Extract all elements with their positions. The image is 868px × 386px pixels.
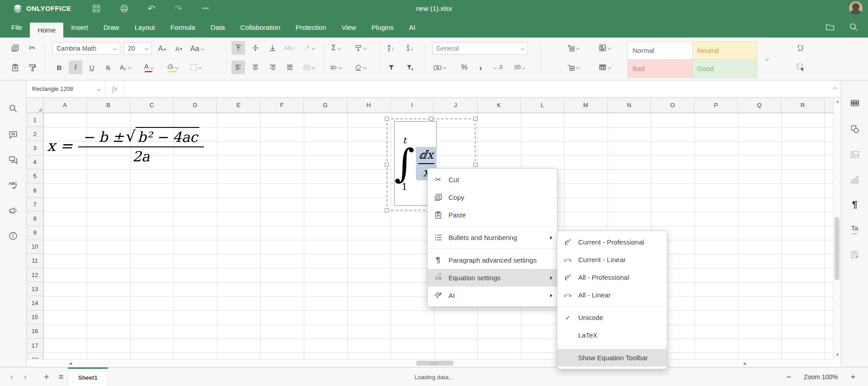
equation-submenu-item-show-equation-toolbar[interactable]: Show Equation Toolbar: [557, 349, 667, 367]
column-header-H[interactable]: H: [347, 98, 391, 113]
tab-file[interactable]: File: [4, 17, 30, 38]
decrease-font-button[interactable]: A▼: [172, 42, 186, 56]
align-right-button[interactable]: [266, 61, 279, 74]
wrap-text-button[interactable]: AB↩: [283, 41, 297, 55]
resize-handle-top-left[interactable]: [385, 117, 389, 121]
cell-styles-expand-button[interactable]: [758, 52, 775, 66]
row-header-15[interactable]: 15: [27, 311, 43, 325]
vertical-scroll-thumb[interactable]: [835, 217, 840, 280]
row-header-1[interactable]: 1: [27, 113, 43, 127]
tab-view[interactable]: View: [334, 17, 363, 38]
sort-descending-button[interactable]: ZA ↓: [403, 41, 417, 55]
tab-collaboration[interactable]: Collaboration: [232, 17, 288, 38]
row-header-2[interactable]: 2: [27, 127, 43, 141]
row-header-3[interactable]: 3: [27, 141, 43, 155]
prev-sheet-button[interactable]: ‹: [5, 367, 18, 386]
cell-style-normal[interactable]: Normal: [628, 42, 692, 59]
align-middle-button[interactable]: [249, 41, 262, 55]
formula-input[interactable]: [124, 80, 827, 97]
italic-button[interactable]: I: [69, 61, 82, 74]
chart-settings-button[interactable]: [847, 172, 863, 188]
row-header-16[interactable]: 16: [27, 325, 43, 339]
clear-filter-button[interactable]: [403, 61, 417, 74]
sheet-tab-active[interactable]: Sheet1: [68, 367, 108, 386]
delete-cells-button[interactable]: [566, 61, 580, 74]
row-header-17[interactable]: 17: [27, 339, 43, 353]
horizontal-scrollbar[interactable]: ◀ ▶: [27, 359, 833, 367]
row-header-7[interactable]: 7: [27, 198, 43, 212]
column-header-B[interactable]: B: [87, 98, 130, 113]
column-header-P[interactable]: P: [694, 98, 738, 113]
tab-home[interactable]: Home: [30, 23, 63, 38]
equation-submenu-item-all-professional[interactable]: exAll - Professional: [557, 268, 667, 286]
row-header-9[interactable]: 9: [27, 226, 43, 240]
context-menu-item-copy[interactable]: Copy: [428, 188, 557, 206]
increase-font-button[interactable]: A▲: [156, 42, 169, 56]
row-header-4[interactable]: 4: [27, 155, 43, 169]
bold-button[interactable]: B: [52, 61, 66, 74]
row-header-18[interactable]: 18: [27, 353, 43, 359]
comma-style-button[interactable]: ,: [474, 61, 487, 74]
subscript-button[interactable]: A₂: [118, 61, 132, 74]
scroll-left-icon[interactable]: ◀: [69, 362, 72, 366]
select-all-corner[interactable]: [27, 98, 43, 113]
paragraph-settings-button[interactable]: ¶: [847, 196, 863, 212]
column-header-F[interactable]: F: [260, 98, 304, 113]
undo-button[interactable]: ↶: [144, 0, 159, 17]
slicer-settings-button[interactable]: [847, 247, 863, 263]
context-menu-item-paragraph-advanced-settings[interactable]: ¶Paragraph advanced settings: [428, 251, 557, 269]
user-avatar[interactable]: [849, 1, 863, 15]
font-size-select[interactable]: 20: [124, 42, 152, 55]
tab-ai[interactable]: AI: [401, 17, 423, 38]
resize-handle-middle-right[interactable]: [473, 163, 477, 167]
align-bottom-button[interactable]: [266, 41, 279, 55]
tab-draw[interactable]: Draw: [96, 17, 127, 38]
replace-button[interactable]: A B: [794, 41, 807, 55]
insert-function-button[interactable]: fx: [105, 80, 124, 97]
row-header-5[interactable]: 5: [27, 169, 43, 184]
save-button[interactable]: [89, 0, 104, 17]
paste-button[interactable]: [8, 61, 22, 74]
align-left-button[interactable]: [231, 61, 245, 74]
add-sheet-button[interactable]: +: [40, 367, 53, 386]
align-top-button[interactable]: [231, 41, 245, 55]
resize-handle-top-middle[interactable]: [429, 117, 433, 121]
named-ranges-button[interactable]: [329, 61, 343, 74]
format-as-table-button[interactable]: [598, 61, 612, 74]
context-menu-item-cut[interactable]: ✂Cut: [428, 171, 557, 188]
cell-style-good[interactable]: Good: [693, 60, 757, 77]
tab-layout[interactable]: Layout: [127, 17, 163, 38]
search-panel-button[interactable]: [5, 100, 21, 117]
comments-panel-button[interactable]: [5, 127, 21, 143]
row-header-13[interactable]: 13: [27, 282, 43, 296]
column-header-G[interactable]: G: [304, 98, 347, 113]
context-menu-item-paste[interactable]: Paste: [428, 206, 557, 224]
row-header-12[interactable]: 12: [27, 268, 43, 282]
filter-button[interactable]: [384, 61, 398, 74]
row-header-11[interactable]: 11: [27, 254, 43, 268]
spellcheck-panel-button[interactable]: ABC: [5, 177, 21, 193]
tab-insert[interactable]: Insert: [63, 17, 96, 38]
underline-button[interactable]: U: [85, 61, 99, 74]
orientation-button[interactable]: [302, 41, 316, 55]
next-sheet-button[interactable]: ›: [19, 367, 32, 386]
horizontal-scroll-thumb[interactable]: [416, 361, 454, 366]
equation-submenu-item-all-linear[interactable]: e^xAll - Linear: [557, 286, 667, 304]
vertical-scrollbar[interactable]: ▲ ▼: [833, 98, 841, 359]
equation-submenu-item-current-professional[interactable]: exCurrent - Professional: [557, 233, 667, 251]
tab-protection[interactable]: Protection: [288, 17, 334, 38]
sheet-list-button[interactable]: ≡: [54, 367, 68, 386]
percent-style-button[interactable]: %: [458, 61, 471, 74]
about-button[interactable]: [5, 228, 21, 244]
resize-handle-middle-left[interactable]: [385, 163, 389, 167]
sort-ascending-button[interactable]: AZ ↓: [384, 41, 398, 55]
column-header-Q[interactable]: Q: [738, 98, 781, 113]
column-header-I[interactable]: I: [391, 98, 434, 113]
row-header-6[interactable]: 6: [27, 184, 43, 198]
chat-panel-button[interactable]: [5, 152, 21, 168]
cut-button[interactable]: ✂: [25, 41, 39, 55]
column-header-N[interactable]: N: [608, 98, 651, 113]
more-actions-button[interactable]: •••: [198, 0, 213, 17]
align-justify-button[interactable]: [283, 61, 297, 74]
collapse-formula-bar-button[interactable]: [827, 88, 841, 90]
